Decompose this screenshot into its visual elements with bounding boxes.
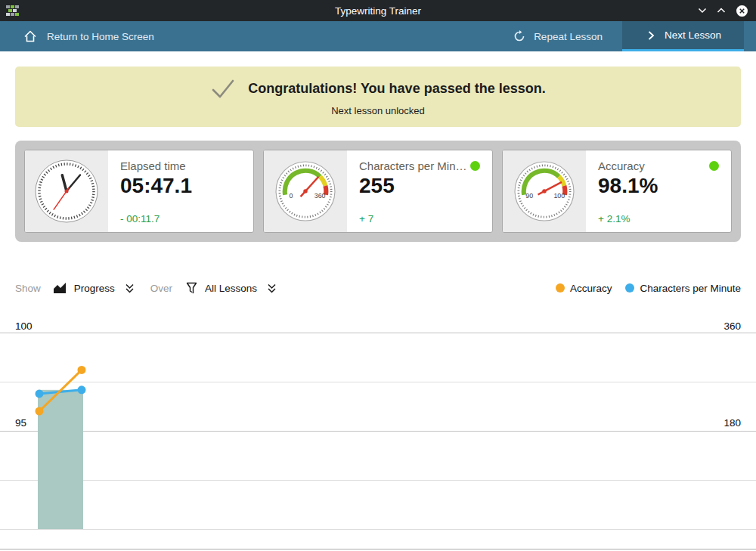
filter-funnel-icon (186, 282, 197, 294)
speed-gauge-icon: 0 360 (274, 160, 336, 222)
return-home-label: Return to Home Screen (47, 31, 154, 42)
filter-bar: Show Progress Over All Lessons Accuracy … (15, 278, 741, 298)
banner-subtitle: Next lesson unlocked (331, 105, 425, 116)
gridline (0, 382, 756, 382)
close-icon (736, 5, 748, 17)
navbar-spacer (154, 21, 493, 51)
legend-item-accuracy[interactable]: Accuracy (556, 283, 612, 294)
elapsed-time-label: Elapsed time (120, 159, 186, 172)
gauge-max-label: 360 (314, 192, 326, 200)
scope-value: All Lessons (205, 283, 257, 294)
gauge-max-label: 100 (553, 192, 565, 200)
window-controls (698, 5, 756, 17)
legend-item-cpm[interactable]: Characters per Minute (625, 283, 741, 294)
chevron-up-icon (717, 6, 726, 15)
progress-chart: 100 95 360 180 (0, 320, 756, 549)
clock-icon (33, 158, 100, 224)
close-button[interactable] (736, 5, 748, 17)
gridline (0, 529, 756, 530)
scope-dropdown[interactable]: All Lessons (186, 282, 277, 294)
metric-value: Progress (74, 283, 115, 294)
chart-canvas (0, 320, 756, 549)
gauge-min-label: 0 (289, 192, 293, 200)
cpm-icon-zone: 0 360 (264, 150, 347, 232)
accuracy-card: 90 100 Accuracy 98.1% + 2.1% (502, 150, 732, 233)
cpm-status-dot (470, 161, 480, 171)
metric-dropdown[interactable]: Progress (53, 282, 135, 294)
elapsed-time-value: 05:47.1 (120, 174, 241, 198)
chart-baseline (0, 549, 756, 549)
cpm-label: Characters per Min… (359, 159, 467, 172)
accuracy-legend-dot (556, 283, 565, 293)
accuracy-icon-zone: 90 100 (503, 150, 586, 232)
right-axis-tick-top: 360 (723, 320, 741, 332)
next-lesson-button[interactable]: Next Lesson (622, 21, 744, 51)
accuracy-label: Accuracy (598, 159, 645, 172)
right-axis-tick-mid: 180 (723, 417, 741, 429)
cpm-legend-dot (625, 283, 634, 293)
chart-legend: Accuracy Characters per Minute (556, 283, 741, 294)
repeat-lesson-button[interactable]: Repeat Lesson (493, 21, 622, 51)
cpm-value: 255 (359, 174, 480, 198)
home-icon (23, 29, 38, 44)
accuracy-status-dot (709, 161, 719, 171)
elapsed-time-icon-zone (25, 150, 108, 232)
show-label: Show (15, 283, 41, 294)
success-banner: Congratulations! You have passed the les… (15, 67, 741, 127)
over-label: Over (150, 283, 172, 294)
gridline (0, 431, 756, 432)
elapsed-time-delta: - 00:11.7 (120, 213, 241, 224)
gauge-min-label: 90 (525, 192, 533, 200)
titlebar: Typewriting Trainer (0, 0, 756, 21)
double-chevron-down-icon (124, 283, 135, 294)
return-home-button[interactable]: Return to Home Screen (0, 21, 154, 51)
chevron-right-icon (645, 29, 657, 42)
legend-accuracy-label: Accuracy (570, 283, 612, 294)
left-axis-tick-mid: 95 (15, 417, 26, 429)
cpm-card: 0 360 Characters per Min… 255 + 7 (263, 150, 493, 233)
gridline (0, 333, 756, 333)
gridline (0, 480, 756, 481)
legend-cpm-label: Characters per Minute (640, 283, 741, 294)
left-axis-tick-top: 100 (15, 320, 33, 332)
cpm-delta: + 7 (359, 213, 480, 224)
minimize-button[interactable] (698, 6, 707, 15)
accuracy-delta: + 2.1% (598, 213, 719, 224)
checkmark-icon (210, 78, 236, 101)
next-lesson-label: Next Lesson (665, 29, 721, 41)
double-chevron-down-icon (266, 283, 277, 294)
accuracy-gauge-icon: 90 100 (513, 160, 575, 222)
progress-chart-icon (53, 282, 67, 294)
repeat-icon (513, 29, 526, 43)
maximize-button[interactable] (717, 6, 726, 15)
accuracy-value: 98.1% (598, 174, 719, 198)
navbar: Return to Home Screen Repeat Lesson Next… (0, 21, 756, 51)
banner-title: Congratulations! You have passed the les… (248, 81, 545, 97)
chevron-down-icon (698, 6, 707, 15)
repeat-lesson-label: Repeat Lesson (534, 31, 603, 42)
stats-container: Elapsed time 05:47.1 - 00:11.7 0 360 (15, 141, 741, 242)
elapsed-time-card: Elapsed time 05:47.1 - 00:11.7 (24, 150, 254, 233)
window-title: Typewriting Trainer (0, 5, 756, 17)
